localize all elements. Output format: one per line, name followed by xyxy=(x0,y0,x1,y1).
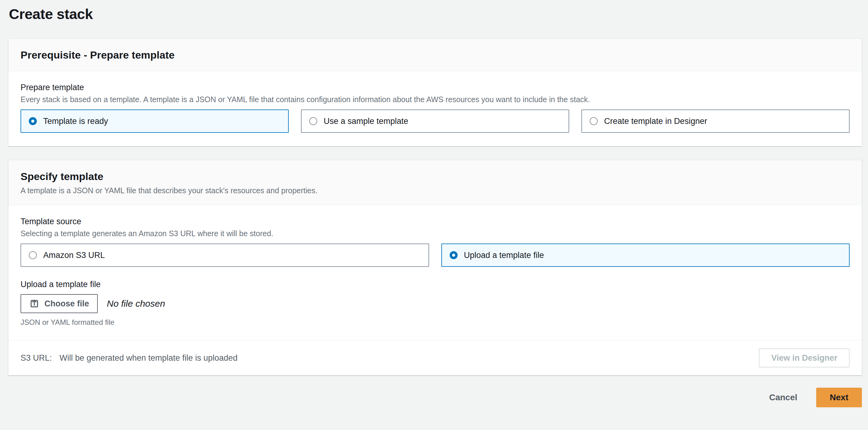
template-source-radio-group: Amazon S3 URL Upload a template file xyxy=(21,243,849,267)
prepare-template-radio-group: Template is ready Use a sample template … xyxy=(21,110,849,133)
radio-unselected-icon[interactable] xyxy=(309,117,317,125)
tile-upload-template-file[interactable]: Upload a template file xyxy=(441,243,850,267)
file-format-hint: JSON or YAML formatted file xyxy=(21,318,849,327)
view-in-designer-button[interactable]: View in Designer xyxy=(759,348,849,367)
tile-template-is-ready[interactable]: Template is ready xyxy=(21,110,289,133)
next-button[interactable]: Next xyxy=(816,388,862,407)
specify-template-panel: Specify template A template is a JSON or… xyxy=(8,160,862,375)
create-stack-page: Create stack Prerequisite - Prepare temp… xyxy=(0,5,868,430)
upload-row: Choose file No file chosen xyxy=(21,294,849,313)
specify-template-description: A template is a JSON or YAML file that d… xyxy=(21,186,849,195)
tile-label: Amazon S3 URL xyxy=(43,251,105,260)
radio-selected-icon[interactable] xyxy=(450,251,458,259)
radio-unselected-icon[interactable] xyxy=(590,117,598,125)
upload-template-file-field: Upload a template file Choose file No fi… xyxy=(21,280,849,327)
tile-use-sample-template[interactable]: Use a sample template xyxy=(301,110,569,133)
prepare-template-label: Prepare template xyxy=(21,83,849,92)
tile-create-template-in-designer[interactable]: Create template in Designer xyxy=(582,110,849,133)
s3-url-label: S3 URL: xyxy=(21,353,52,363)
template-source-description: Selecting a template generates an Amazon… xyxy=(21,229,849,238)
radio-unselected-icon[interactable] xyxy=(29,251,37,259)
upload-template-file-label: Upload a template file xyxy=(21,280,849,289)
wizard-actions: Cancel Next xyxy=(0,388,862,407)
tile-amazon-s3-url[interactable]: Amazon S3 URL xyxy=(21,243,429,267)
specify-template-body: Template source Selecting a template gen… xyxy=(8,205,862,340)
radio-selected-icon[interactable] xyxy=(29,117,37,125)
template-source-label: Template source xyxy=(21,217,849,226)
tile-label: Create template in Designer xyxy=(604,117,707,126)
specify-template-footer: S3 URL: Will be generated when template … xyxy=(8,340,862,375)
tile-label: Upload a template file xyxy=(464,251,544,260)
cancel-button[interactable]: Cancel xyxy=(769,393,797,402)
no-file-chosen-text: No file chosen xyxy=(107,298,165,309)
specify-template-header: Specify template A template is a JSON or… xyxy=(8,160,862,205)
s3-url-value: Will be generated when template file is … xyxy=(59,353,238,363)
upload-icon xyxy=(29,298,39,309)
prepare-template-description: Every stack is based on a template. A te… xyxy=(21,95,849,104)
prerequisite-panel-title: Prerequisite - Prepare template xyxy=(21,49,849,61)
prerequisite-panel-header: Prerequisite - Prepare template xyxy=(8,39,862,71)
page-title: Create stack xyxy=(9,5,868,22)
prerequisite-panel: Prerequisite - Prepare template Prepare … xyxy=(8,39,862,146)
choose-file-label: Choose file xyxy=(44,299,89,309)
tile-label: Template is ready xyxy=(43,117,108,126)
prerequisite-panel-body: Prepare template Every stack is based on… xyxy=(8,71,862,146)
specify-template-title: Specify template xyxy=(21,171,849,182)
tile-label: Use a sample template xyxy=(324,117,408,126)
choose-file-button[interactable]: Choose file xyxy=(21,294,98,313)
